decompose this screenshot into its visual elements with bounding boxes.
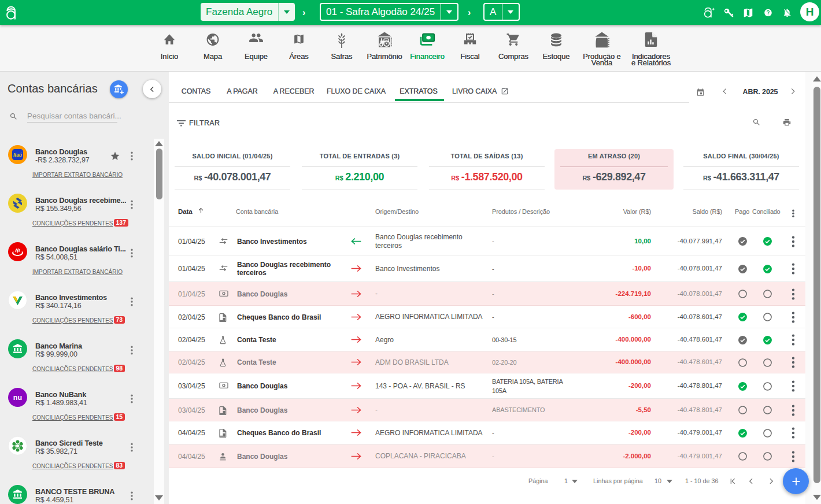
svg-text:Itaú: Itaú xyxy=(13,152,23,158)
svg-text:nu: nu xyxy=(13,394,22,402)
